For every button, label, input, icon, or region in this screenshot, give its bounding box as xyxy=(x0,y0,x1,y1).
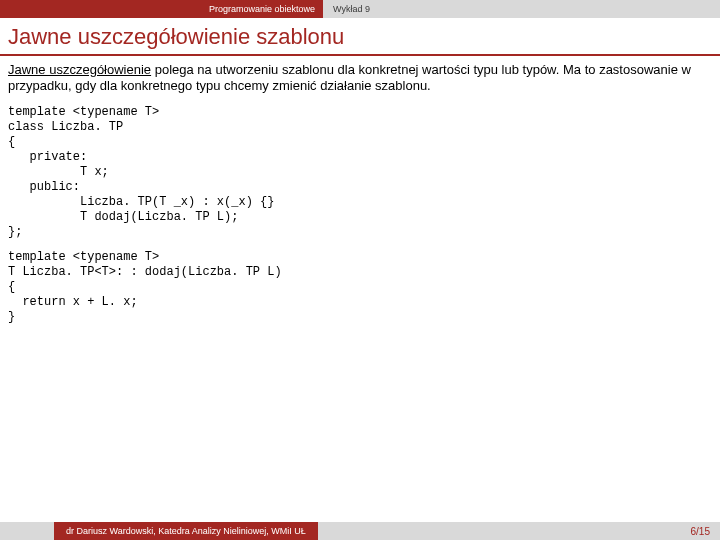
lecture-label: Wykład 9 xyxy=(323,0,720,18)
footer: dr Dariusz Wardowski, Katedra Analizy Ni… xyxy=(0,522,720,540)
page-number: 6/15 xyxy=(691,522,710,540)
footer-author: dr Dariusz Wardowski, Katedra Analizy Ni… xyxy=(54,522,318,540)
body-paragraph: Jawne uszczegółowienie polega na utworze… xyxy=(0,56,720,95)
paragraph-underlined: Jawne uszczegółowienie xyxy=(8,62,151,77)
code-block-1: template <typename T> class Liczba. TP {… xyxy=(0,95,720,240)
page-title: Jawne uszczegółowienie szablonu xyxy=(8,24,712,50)
course-label: Programowanie obiektowe xyxy=(0,0,323,18)
top-bar: Programowanie obiektowe Wykład 9 xyxy=(0,0,720,18)
slide: Programowanie obiektowe Wykład 9 Jawne u… xyxy=(0,0,720,540)
code-block-2: template <typename T> T Liczba. TP<T>: :… xyxy=(0,240,720,325)
title-row: Jawne uszczegółowienie szablonu xyxy=(0,18,720,56)
